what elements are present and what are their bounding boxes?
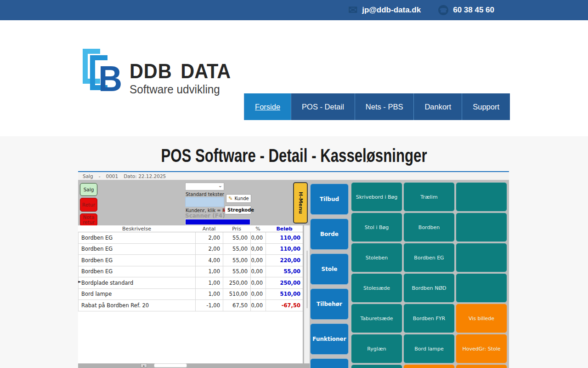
cell-belob: 250,00 <box>266 277 303 288</box>
category-button-label: Borde <box>320 231 339 237</box>
cell-belob: 110,00 <box>266 244 303 255</box>
table-row[interactable]: ► Bordben EG 4,00 55,00 0,00 220,00 <box>78 255 303 266</box>
cell-beskrivelse: Bordben EG <box>78 255 195 266</box>
pencil-icon: ✎ <box>228 196 232 201</box>
product-button[interactable]: Bordben NØD <box>403 273 455 303</box>
nav-item-label: POS - Detail <box>302 103 344 111</box>
category-button[interactable] <box>310 358 349 368</box>
pos-window-titlebar: Salg - 0001 Dato: 22.12.2025 <box>78 172 509 180</box>
receipt-table-header: Beskrivelse Antal Pris % Beløb <box>78 225 303 232</box>
product-button-label: Ryglæn <box>367 346 386 352</box>
product-button[interactable] <box>456 364 507 368</box>
main-nav: Forside POS - Detail Nets - PBS Dankort <box>244 93 510 120</box>
kundenr-input[interactable] <box>185 197 224 207</box>
cell-antal: 2,00 <box>195 244 223 255</box>
cell-pct: 0,00 <box>250 289 266 300</box>
product-button[interactable] <box>456 213 507 242</box>
cell-pris: 250,00 <box>223 277 250 288</box>
product-button-label: Trælim <box>420 194 437 200</box>
category-button[interactable]: Borde <box>310 218 349 250</box>
header-belob: Beløb <box>266 226 303 232</box>
product-button[interactable]: Skrivebord i Bøg <box>351 182 402 212</box>
product-button[interactable]: Taburetsæde <box>351 304 402 333</box>
logo-tagline: Software udvikling <box>130 83 236 96</box>
product-button[interactable]: Ryglæn <box>351 334 402 363</box>
standard-tekster-label: Standard tekster <box>186 192 224 197</box>
cell-pris: 55,00 <box>223 244 250 255</box>
cell-antal: -1,00 <box>195 300 223 311</box>
table-row[interactable]: ► Bord lampe 1,00 510,00 0,00 510,00 <box>78 289 303 300</box>
standard-tekster-select[interactable]: ⌄ <box>185 183 224 190</box>
product-button[interactable]: Bordben EG <box>403 243 455 272</box>
scroll-up-button[interactable]: ▲ <box>141 363 147 368</box>
sale-mode-button-label: Retur <box>82 202 95 207</box>
page-title: POS Software - Detail - Kasseløsninger <box>65 136 523 166</box>
product-button[interactable] <box>351 364 402 368</box>
product-button[interactable]: Stolesæde <box>351 273 402 303</box>
phone-link[interactable]: ☎ 60 38 45 60 <box>438 5 494 15</box>
cell-pris: 55,00 <box>223 232 250 243</box>
logo[interactable]: B DDB DATA Software udvikling <box>79 48 239 98</box>
product-button-label: Skrivebord i Bøg <box>356 194 398 200</box>
cell-pris: 510,00 <box>223 289 250 300</box>
nav-item[interactable]: Nets - PBS <box>355 93 414 120</box>
cell-belob: 220,00 <box>266 255 303 266</box>
product-button[interactable]: Bordben <box>403 213 455 242</box>
product-button[interactable]: Trælim <box>403 182 455 212</box>
product-button[interactable]: HovedGr: Stole <box>456 334 507 363</box>
h-menu-button[interactable]: H-Menu <box>293 182 308 224</box>
nav-item[interactable]: Support <box>462 93 510 120</box>
nav-item[interactable]: Forside <box>244 93 291 120</box>
email-text: jp@ddb-data.dk <box>362 6 421 15</box>
stregkode-button[interactable]: ↓ Stregkode <box>225 206 251 214</box>
table-row[interactable]: ► Bordben EG 1,00 55,00 0,00 55,00 <box>78 266 303 278</box>
category-buttons: Tilbud Borde Stole Tilbehør <box>310 184 349 368</box>
scrollbar-thumb[interactable] <box>307 251 307 308</box>
category-button[interactable]: Funktioner <box>310 323 349 355</box>
nav-item-label: Support <box>473 103 499 111</box>
product-button[interactable] <box>456 182 507 212</box>
sale-mode-button[interactable]: Salg <box>80 183 97 196</box>
scanner-input[interactable] <box>185 219 250 225</box>
product-button[interactable] <box>456 273 507 303</box>
sale-mode-button[interactable]: Retur <box>80 198 97 212</box>
category-button[interactable]: Tilbehør <box>310 288 349 320</box>
table-scrollbar[interactable] <box>304 225 310 363</box>
table-row[interactable]: ► Bordplade standard 1,00 250,00 0,00 25… <box>78 277 303 289</box>
category-button[interactable]: Stole <box>310 253 349 285</box>
product-button[interactable] <box>403 364 455 368</box>
category-button-label: Tilbehør <box>317 301 342 307</box>
cell-beskrivelse: Bordben EG <box>78 232 195 243</box>
content-section: POS Software - Detail - Kasseløsninger S… <box>0 136 588 368</box>
table-row[interactable]: ► Bordben EG 2,00 55,00 0,00 110,00 <box>78 244 303 255</box>
email-link[interactable]: ✉ jp@ddb-data.dk <box>348 5 421 16</box>
product-button[interactable] <box>456 243 507 272</box>
cell-beskrivelse: Bordplade standard <box>78 277 195 288</box>
footer-input-box[interactable] <box>154 363 187 368</box>
product-button[interactable]: Stol i Bøg <box>351 213 402 242</box>
table-row[interactable]: ► Rabat på Bordben Ref. 20 -1,00 67,50 0… <box>78 300 303 311</box>
sale-mode-buttons: Salg Retur Nota retur <box>80 183 97 226</box>
cell-belob: -67,50 <box>266 300 303 311</box>
cell-belob: 110,00 <box>266 232 303 243</box>
cell-pct: 0,00 <box>250 300 266 311</box>
nav-item[interactable]: POS - Detail <box>291 93 355 120</box>
nav-item[interactable]: Dankort <box>413 93 462 120</box>
category-button-label: Stole <box>322 266 338 272</box>
table-row[interactable]: ► Bordben EG 2,00 55,00 0,00 110,00 <box>78 232 303 244</box>
product-button[interactable]: Stoleben <box>351 243 402 272</box>
sale-mode-button[interactable]: Nota retur <box>80 213 97 226</box>
pos-doc-number: 0001 <box>106 173 118 179</box>
product-button[interactable]: Vis billede <box>456 304 507 333</box>
product-button-label: HovedGr: Stole <box>462 346 500 352</box>
product-button-label: Bord lampe <box>414 346 443 352</box>
product-button[interactable]: Bordben FYR <box>403 304 455 333</box>
category-button[interactable]: Tilbud <box>310 184 349 215</box>
product-button[interactable]: Bord lampe <box>403 334 455 363</box>
kunde-button[interactable]: ✎ Kunde <box>226 194 251 203</box>
logo-marks-icon: B <box>79 48 125 98</box>
cell-beskrivelse: Bordben EG <box>78 244 195 255</box>
cell-pct: 0,00 <box>250 232 266 243</box>
cell-antal: 1,00 <box>195 266 223 277</box>
cell-pris: 55,00 <box>223 255 250 266</box>
